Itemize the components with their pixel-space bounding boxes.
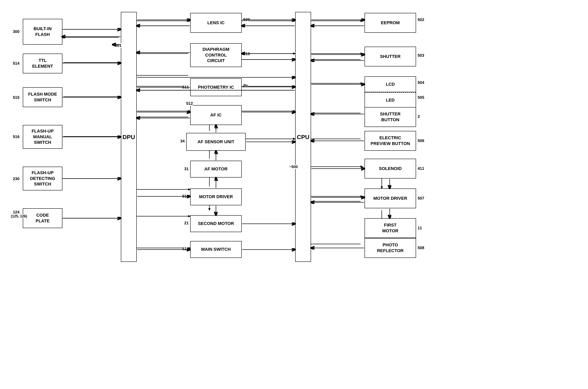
label-515: 515: [13, 95, 19, 100]
photo-reflector-box: PHOTOREFLECTOR: [364, 238, 416, 258]
af-ic-box: AF IC: [190, 105, 242, 125]
cpu-label: CPU: [297, 133, 309, 141]
lens-ic-label: LENS IC: [207, 20, 225, 26]
main-switch-label: MAIN SWITCH: [201, 247, 231, 252]
dpu-label: DPU: [122, 133, 135, 141]
flash-mode-switch-label: FLASH MODESWITCH: [28, 92, 57, 103]
svg-marker-36: [208, 208, 210, 211]
photometry-ic-label: PHOTOMETRY IC: [198, 85, 234, 90]
shutter-label: SHUTTER: [380, 54, 401, 60]
label-411: 411: [418, 166, 424, 171]
svg-marker-68: [361, 166, 363, 168]
svg-marker-62: [361, 82, 363, 84]
af-sensor-unit-label: AF SENSOR UNIT: [197, 139, 234, 145]
svg-marker-58: [361, 53, 363, 55]
motor-driver-right-box: MOTOR DRIVER: [364, 189, 416, 208]
code-plate-box: CODEPLATE: [23, 208, 62, 228]
ttl-element-box: TTLELEMENT: [23, 54, 62, 73]
label-230: 230: [13, 177, 19, 181]
label-503: 503: [418, 53, 424, 58]
label-508: 508: [418, 246, 424, 250]
af-ic-label: AF IC: [210, 112, 222, 118]
label-11: 11: [418, 226, 422, 230]
svg-marker-54: [361, 20, 363, 22]
solenoid-box: SOLENOID: [364, 159, 416, 179]
motor-driver-left-box: MOTOR DRIVER: [190, 189, 242, 205]
first-motor-box: FIRSTMOTOR: [364, 218, 416, 238]
label-510: 510: [243, 52, 250, 56]
code-plate-label: CODEPLATE: [36, 212, 50, 224]
electric-preview-box: ELECTRICPREVIEW BUTTON: [364, 131, 416, 151]
second-motor-box: SECOND MOTOR: [190, 215, 242, 232]
label-507: 507: [418, 196, 424, 200]
photometry-ic-box: PHOTOMETRY IC: [190, 78, 242, 96]
label-517: 517: [182, 247, 189, 251]
lens-ic-box: LENS IC: [190, 13, 242, 33]
label-125-126: (125, 126): [11, 214, 27, 218]
af-motor-label: AF MOTOR: [204, 166, 228, 172]
label-2: 2: [418, 114, 420, 119]
photo-reflector-label: PHOTOREFLECTOR: [377, 242, 404, 254]
label-514: 514: [13, 61, 19, 66]
af-sensor-unit-box: AF SENSOR UNIT: [186, 133, 246, 151]
motor-driver-right-label: MOTOR DRIVER: [373, 195, 407, 201]
label-506: 506: [418, 138, 424, 143]
label-505: 505: [418, 95, 424, 100]
label-509: 509: [243, 17, 250, 22]
shutter-button-label: SHUTTERBUTTON: [380, 111, 401, 123]
led-box: LED: [364, 92, 416, 108]
motor-driver-left-label: MOTOR DRIVER: [199, 194, 233, 200]
diaphragm-cc-label: DIAPHRAGMCONTROLCIRCUIT: [202, 47, 229, 64]
lcd-box: LCD: [364, 76, 416, 92]
flash-mode-switch-box: FLASH MODESWITCH: [23, 87, 62, 107]
built-in-flash-label: BUILT-INFLASH: [33, 26, 52, 37]
flash-up-detecting-label: FLASH-UPDETECTINGSWITCH: [30, 170, 55, 187]
diaphragm-cc-box: DIAPHRAGMCONTROLCIRCUIT: [190, 43, 242, 67]
main-switch-box: MAIN SWITCH: [190, 241, 242, 258]
label-500: ~500: [289, 165, 298, 169]
label-501: 501: [115, 43, 121, 48]
shutter-button-box: SHUTTERBUTTON: [364, 107, 416, 127]
ttl-element-label: TTLELEMENT: [32, 58, 53, 69]
label-31: 31: [184, 167, 189, 171]
electric-preview-label: ELECTRICPREVIEW BUTTON: [371, 135, 410, 146]
built-in-flash-box: BUILT-INFLASH: [23, 19, 62, 45]
led-label: LED: [386, 97, 395, 103]
af-motor-box: AF MOTOR: [190, 161, 242, 178]
shutter-box: SHUTTER: [364, 47, 416, 66]
label-513: 513: [182, 194, 189, 198]
label-34: 34: [180, 139, 185, 143]
label-512: 512: [186, 101, 193, 106]
label-21: 21: [184, 221, 189, 225]
label-504: 504: [418, 80, 424, 85]
label-502: 502: [418, 17, 424, 22]
solenoid-label: SOLENOID: [379, 166, 402, 172]
label-124: 124: [13, 210, 19, 214]
eeprom-box: EEPROM: [364, 13, 416, 33]
label-bv: Bv: [243, 83, 248, 88]
flash-up-manual-box: FLASH-UPMANUALSWITCH: [23, 125, 62, 149]
svg-marker-72: [361, 195, 363, 197]
second-motor-label: SECOND MOTOR: [198, 221, 234, 227]
first-motor-label: FIRSTMOTOR: [382, 222, 398, 234]
label-300: 300: [13, 29, 19, 34]
eeprom-label: EEPROM: [381, 20, 400, 26]
flash-up-detecting-box: FLASH-UPDETECTINGSWITCH: [23, 167, 62, 191]
cpu-box: CPU: [295, 12, 311, 262]
lcd-label: LCD: [386, 82, 395, 87]
dpu-box: DPU: [121, 12, 137, 262]
label-516: 516: [13, 134, 19, 139]
flash-up-manual-label: FLASH-UPMANUALSWITCH: [31, 128, 54, 145]
label-511: 511: [182, 85, 189, 90]
